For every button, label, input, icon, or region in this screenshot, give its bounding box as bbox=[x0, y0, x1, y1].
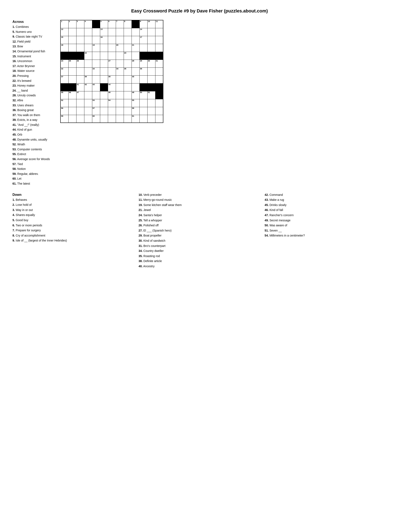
clue-item: 31. Bro's counterpart bbox=[139, 244, 261, 248]
grid-cell bbox=[116, 75, 124, 83]
cell-number: 35 bbox=[124, 68, 126, 70]
cell-number: 52 bbox=[61, 100, 63, 101]
grid-cell: 26 bbox=[76, 60, 84, 68]
clue-item: 53. Computer contents bbox=[13, 147, 54, 152]
cell-number: 25 bbox=[69, 60, 71, 62]
grid-cell: 15 bbox=[60, 36, 68, 44]
grid-cell bbox=[116, 28, 124, 36]
cell-number: 6 bbox=[109, 20, 109, 22]
grid-cell: 58 bbox=[132, 107, 139, 115]
cell-number: 11 bbox=[156, 20, 158, 22]
bottom-clues-section: Down 1. Behaves2. Lose hold of3. Way in … bbox=[13, 193, 386, 270]
grid-cell bbox=[76, 36, 84, 44]
grid-cell: 24 bbox=[60, 60, 68, 68]
crossword-grid: 1234567891011121314151617181920212223242… bbox=[60, 20, 163, 123]
grid-cell bbox=[155, 83, 163, 91]
grid-cell bbox=[76, 68, 84, 75]
grid-cell bbox=[124, 75, 132, 83]
clue-item: 45. Orb bbox=[13, 133, 54, 137]
grid-cell: 11 bbox=[155, 20, 163, 28]
grid-cell bbox=[68, 107, 76, 115]
grid-cell: 46 bbox=[68, 91, 76, 99]
grid-cell bbox=[100, 44, 108, 52]
grid-cell bbox=[139, 44, 147, 52]
grid-cell: 57 bbox=[92, 107, 100, 115]
grid-cell: 8 bbox=[124, 20, 132, 28]
grid-cell bbox=[68, 36, 76, 44]
clue-item: 32. Afire bbox=[13, 98, 54, 103]
grid-cell bbox=[132, 83, 139, 91]
clue-item: 9. Isle of __ (largest of the Inner Hebr… bbox=[13, 239, 135, 243]
grid-cell bbox=[100, 83, 108, 91]
grid-cell bbox=[68, 52, 76, 60]
grid-cell bbox=[100, 52, 108, 60]
grid-cell bbox=[84, 36, 92, 44]
down-title: Down bbox=[13, 193, 135, 197]
cell-number: 1 bbox=[61, 20, 62, 22]
cell-number: 37 bbox=[61, 76, 63, 78]
grid-cell bbox=[68, 28, 76, 36]
clue-item: 27. El ___ (Spanish hero) bbox=[139, 229, 261, 233]
cell-number: 48 bbox=[109, 92, 110, 94]
cell-number: 30 bbox=[148, 60, 150, 62]
grid-cell: 61 bbox=[132, 115, 139, 123]
clue-item: 16. Uncommon bbox=[13, 59, 54, 63]
grid-cell bbox=[76, 44, 84, 52]
clue-item: 1. Behaves bbox=[13, 198, 135, 202]
grid-cell: 3 bbox=[76, 20, 84, 28]
grid-cell: 27 bbox=[108, 60, 116, 68]
clue-item: 9. Classic late night TV bbox=[13, 35, 54, 39]
cell-number: 4 bbox=[85, 20, 86, 22]
grid-cell bbox=[116, 107, 124, 115]
clue-item: 48. Dynamite units, usually bbox=[13, 138, 54, 142]
grid-cell bbox=[84, 68, 92, 75]
cell-number: 33 bbox=[93, 68, 95, 70]
grid-cell bbox=[108, 36, 116, 44]
grid-cell bbox=[68, 68, 76, 75]
cell-number: 7 bbox=[116, 20, 117, 22]
crossword-table: 1234567891011121314151617181920212223242… bbox=[60, 20, 163, 123]
grid-cell: 39 bbox=[108, 75, 116, 83]
grid-cell bbox=[92, 28, 100, 36]
grid-cell bbox=[100, 107, 108, 115]
grid-cell bbox=[139, 115, 147, 123]
clue-item: 4. Shares equally bbox=[13, 213, 135, 217]
grid-cell bbox=[84, 28, 92, 36]
clue-item: 35. Roasting rod bbox=[139, 254, 261, 258]
grid-cell bbox=[60, 83, 68, 91]
grid-cell bbox=[108, 52, 116, 60]
grid-cell bbox=[68, 75, 76, 83]
grid-cell: 55 bbox=[132, 99, 139, 107]
grid-cell bbox=[124, 60, 132, 68]
clue-item: 57. Tied bbox=[13, 162, 54, 166]
clue-item: 60. Let bbox=[13, 177, 54, 181]
cell-number: 58 bbox=[132, 107, 134, 109]
grid-cell bbox=[108, 115, 116, 123]
clue-item: 5. Numero uno bbox=[13, 30, 54, 34]
clue-item: 43. Make a rug bbox=[264, 198, 386, 202]
clue-item: 47. Rancher's concern bbox=[264, 213, 386, 217]
cell-number: 2 bbox=[69, 20, 70, 22]
grid-cell: 20 bbox=[116, 44, 124, 52]
grid-cell: 5 bbox=[100, 20, 108, 28]
grid-cell bbox=[139, 99, 147, 107]
clue-item: 29. Boat propeller bbox=[139, 234, 261, 238]
grid-cell: 60 bbox=[92, 115, 100, 123]
grid-cell bbox=[76, 107, 84, 115]
cell-number: 41 bbox=[77, 84, 79, 86]
cell-number: 50 bbox=[140, 92, 142, 94]
grid-cell: 17 bbox=[139, 36, 147, 44]
cell-number: 22 bbox=[85, 52, 87, 54]
down-col2: 10. Verb preceder11. Merry-go-round musi… bbox=[139, 193, 261, 270]
grid-cell: 49 bbox=[132, 91, 139, 99]
clue-item: 12. Field yield bbox=[13, 40, 54, 44]
grid-cell bbox=[155, 52, 163, 60]
grid-cell: 19 bbox=[92, 44, 100, 52]
grid-cell bbox=[84, 91, 92, 99]
cell-number: 45 bbox=[61, 92, 63, 94]
grid-cell bbox=[76, 115, 84, 123]
grid-cell: 10 bbox=[147, 20, 155, 28]
grid-cell: 53 bbox=[92, 99, 100, 107]
grid-cell bbox=[108, 28, 116, 36]
grid-cell bbox=[124, 83, 132, 91]
